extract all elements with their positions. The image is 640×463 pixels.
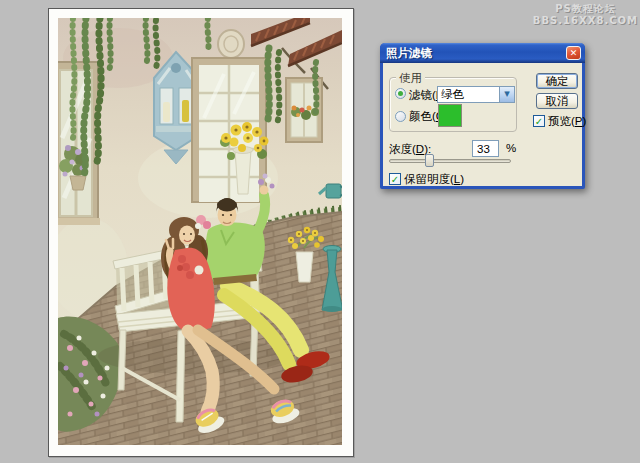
- filter-radio[interactable]: [395, 88, 406, 99]
- site-watermark: PS教程论坛 BBS.16XX8.COM: [533, 3, 638, 27]
- cancel-button[interactable]: 取消: [536, 93, 578, 109]
- photo-document: [48, 8, 354, 457]
- filter-dropdown-value: 绿色: [438, 87, 499, 102]
- density-unit: %: [506, 142, 516, 154]
- watermark-line1: PS教程论坛: [533, 3, 638, 15]
- check-icon: ✓: [391, 174, 399, 185]
- dialog-body: 使用 滤镜(F): 绿色 ▾ 颜色(C): 确定 取消 ✓ 预览(P) 浓度(D…: [383, 63, 582, 186]
- dialog-title: 照片滤镜: [380, 46, 566, 61]
- close-button[interactable]: ✕: [566, 46, 581, 60]
- preserve-luminosity-checkbox[interactable]: ✓: [389, 173, 401, 185]
- color-radio[interactable]: [395, 111, 406, 122]
- density-slider-track[interactable]: [389, 159, 511, 163]
- use-group-label: 使用: [396, 71, 425, 86]
- preview-checkbox-label: 预览(P): [548, 114, 586, 129]
- photo-canvas: [58, 18, 342, 445]
- preview-checkbox[interactable]: ✓: [533, 115, 545, 127]
- density-slider-thumb[interactable]: [425, 154, 434, 167]
- close-icon: ✕: [570, 48, 578, 58]
- ok-button[interactable]: 确定: [536, 73, 578, 89]
- filter-dropdown[interactable]: 绿色 ▾: [437, 86, 515, 103]
- photoshop-workspace: { "watermark": { "line1": "PS教程论坛", "lin…: [0, 0, 640, 463]
- check-icon: ✓: [535, 116, 543, 127]
- density-input[interactable]: [472, 140, 499, 157]
- chevron-down-icon[interactable]: ▾: [499, 87, 514, 102]
- color-swatch[interactable]: [438, 104, 462, 127]
- photo-filter-dialog: 照片滤镜 ✕ 使用 滤镜(F): 绿色 ▾ 颜色(C): 确定 取消 ✓ 预览(…: [380, 43, 585, 189]
- photo-filter-tint: [58, 18, 342, 445]
- dialog-titlebar[interactable]: 照片滤镜 ✕: [380, 43, 585, 63]
- preserve-luminosity-label: 保留明度(L): [404, 172, 464, 187]
- radio-dot: [398, 91, 403, 96]
- watermark-line2: BBS.16XX8.COM: [533, 15, 638, 27]
